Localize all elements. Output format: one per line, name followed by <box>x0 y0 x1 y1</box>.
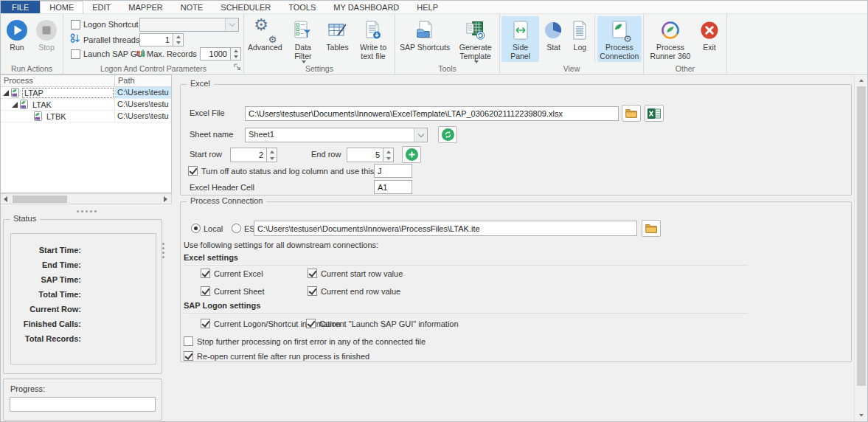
current-end-row-checkbox[interactable] <box>308 286 317 296</box>
parallel-threads-spinner[interactable] <box>173 33 184 46</box>
tree-node-label[interactable]: LTAK <box>31 100 53 109</box>
browse-connection-button[interactable] <box>642 220 661 237</box>
parallel-threads-input[interactable] <box>139 33 173 46</box>
header-cell-input[interactable] <box>374 180 412 194</box>
tables-label: Tables <box>326 43 348 52</box>
run-actions-group-label: Run Actions <box>1 64 63 73</box>
open-in-excel-button[interactable] <box>645 105 664 122</box>
launch-info-label: Current "Launch SAP GUI" information <box>319 319 459 328</box>
stop-button[interactable]: Stop <box>33 16 60 53</box>
scrollbar-thumb[interactable] <box>857 86 866 386</box>
tree-node-path[interactable]: C:\Users\testu <box>115 99 171 111</box>
exit-icon <box>700 18 719 43</box>
tree-horizontal-scrollbar[interactable] <box>1 193 172 204</box>
process-connection-label: Process Connection <box>600 43 639 60</box>
status-field-start-time: Start Time: <box>11 246 81 255</box>
connection-path-input[interactable] <box>254 221 637 236</box>
current-excel-checkbox[interactable] <box>201 269 210 278</box>
status-panel-resize-handle[interactable] <box>162 243 164 245</box>
add-range-button[interactable] <box>402 146 421 163</box>
main-vertical-scrollbar[interactable] <box>854 75 867 421</box>
current-start-row-checkbox[interactable] <box>308 269 317 278</box>
status-panel-title: Status <box>10 214 40 223</box>
advanced-button[interactable]: ⚙⚙ Advanced <box>246 16 285 53</box>
chevron-down-icon <box>474 60 479 63</box>
process-connection-button[interactable]: ⚙ Process Connection <box>597 16 642 62</box>
expander-icon[interactable] <box>3 90 9 96</box>
process-file-icon <box>10 88 20 97</box>
tree-row-ltap[interactable]: LTAP C:\Users\testu <box>1 87 171 99</box>
launch-sap-gui-checkbox[interactable] <box>71 49 80 59</box>
start-row-input[interactable] <box>230 148 267 162</box>
scroll-left-icon[interactable] <box>4 196 7 202</box>
stat-button[interactable]: Stat <box>540 16 567 53</box>
process-runner-360-button[interactable]: Process Runner 360 <box>647 16 694 62</box>
max-records-spinner[interactable] <box>231 47 241 60</box>
sheet-name-value: Sheet1 <box>246 128 414 142</box>
logon-shortcut-checkbox[interactable] <box>71 20 80 30</box>
sheet-name-combo[interactable]: Sheet1 <box>245 128 428 142</box>
tree-row-ltak[interactable]: LTAK C:\Users\testu <box>1 99 171 111</box>
excel-section-title: Excel <box>187 79 214 88</box>
tables-button[interactable]: Tables <box>322 16 353 53</box>
excel-file-input[interactable] <box>245 106 619 121</box>
browse-excel-file-button[interactable] <box>622 105 641 122</box>
tree-node-label[interactable]: LTBK <box>45 112 68 121</box>
reopen-file-checkbox[interactable] <box>184 351 193 361</box>
sap-shortcuts-label: SAP Shortcuts <box>400 43 450 52</box>
run-button[interactable]: Run <box>4 16 30 53</box>
column-header-path[interactable]: Path <box>115 75 171 86</box>
local-radio[interactable] <box>191 224 201 233</box>
scroll-down-icon[interactable] <box>855 409 868 421</box>
menu-tab-my-dashboard[interactable]: MY DASHBOARD <box>324 1 408 13</box>
start-row-spinner[interactable] <box>267 148 277 162</box>
chevron-down-icon[interactable] <box>225 18 238 31</box>
current-start-row-label: Current start row value <box>321 269 403 278</box>
generate-template-button[interactable]: Generate Template <box>453 16 498 65</box>
side-panel-button[interactable]: Side Panel <box>501 16 539 62</box>
menu-tab-edit[interactable]: EDIT <box>83 1 119 13</box>
stat-label: Stat <box>546 43 560 52</box>
menu-tab-mapper[interactable]: MAPPER <box>119 1 171 13</box>
log-button[interactable]: Log <box>568 16 592 53</box>
progress-label: Progress: <box>10 384 45 393</box>
menu-tab-home[interactable]: HOME <box>40 1 83 13</box>
logon-info-checkbox[interactable] <box>201 319 210 328</box>
menu-tab-help[interactable]: HELP <box>408 1 447 13</box>
menu-tab-tools[interactable]: TOOLS <box>280 1 324 13</box>
sap-logon-settings-title: SAP Logon settings <box>184 301 748 314</box>
tree-node-label[interactable]: LTAP <box>22 88 114 98</box>
status-field-total-time: Total Time: <box>11 290 81 299</box>
chevron-down-icon[interactable] <box>414 128 427 142</box>
process-tree-header: Process Path <box>1 75 171 87</box>
status-column-input[interactable] <box>374 164 412 178</box>
exit-button[interactable]: Exit <box>695 16 723 53</box>
launch-info-checkbox[interactable] <box>306 319 316 328</box>
menu-tab-note[interactable]: NOTE <box>172 1 212 13</box>
end-row-input[interactable] <box>347 148 383 162</box>
menu-tab-scheduler[interactable]: SCHEDULER <box>212 1 280 13</box>
end-row-spinner[interactable] <box>383 148 394 162</box>
eshare-radio[interactable] <box>232 224 241 233</box>
stop-on-error-checkbox[interactable] <box>184 336 193 346</box>
data-filter-button[interactable]: Data Filter <box>285 16 322 65</box>
stat-pie-icon <box>544 18 563 43</box>
tree-row-ltbk[interactable]: LTBK C:\Users\testu <box>1 111 171 122</box>
status-column-checkbox[interactable] <box>188 166 198 176</box>
max-records-input[interactable] <box>200 47 231 60</box>
logon-shortcut-combo[interactable] <box>139 18 239 32</box>
status-panel-body: Start Time: End Time: SAP Time: Total Ti… <box>10 233 156 364</box>
write-to-text-file-button[interactable]: Write to text file <box>353 16 393 62</box>
current-sheet-checkbox[interactable] <box>201 286 210 296</box>
scroll-up-icon[interactable] <box>855 75 868 86</box>
menu-tab-file[interactable]: FILE <box>1 1 40 13</box>
refresh-sheets-button[interactable] <box>438 126 457 143</box>
sap-shortcuts-button[interactable]: SAP Shortcuts <box>397 16 453 53</box>
ribbon-group-other: Process Runner 360 Exit Other <box>644 14 727 74</box>
expander-icon[interactable] <box>12 102 18 108</box>
tree-node-path[interactable]: C:\Users\testu <box>115 87 171 99</box>
scrollbar-thumb[interactable] <box>13 196 67 203</box>
scroll-right-icon[interactable] <box>164 196 167 202</box>
column-header-process[interactable]: Process <box>1 75 115 86</box>
tree-node-path[interactable]: C:\Users\testu <box>115 111 171 122</box>
